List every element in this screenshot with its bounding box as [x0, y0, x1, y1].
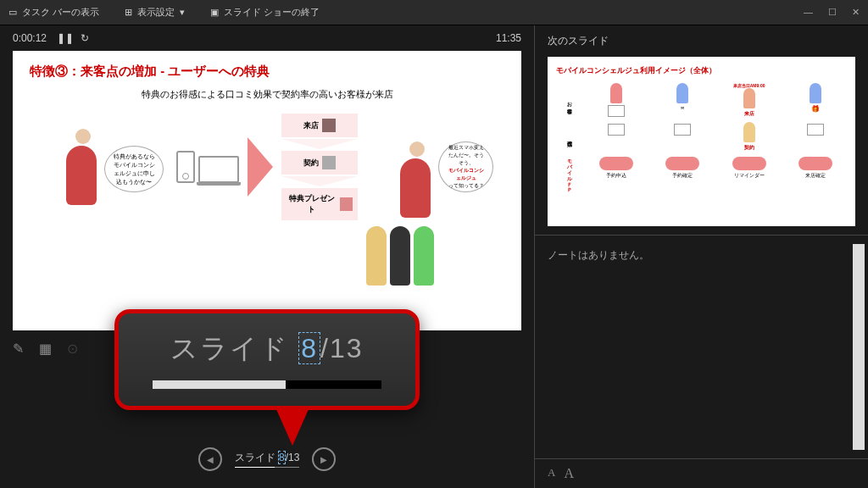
person-illustration	[66, 129, 100, 205]
end-icon: ▣	[210, 7, 219, 18]
flow-step-3: 特典プレゼント	[281, 188, 358, 220]
next-slide-button[interactable]: ▶	[312, 447, 336, 471]
notes-panel[interactable]: ノートはありません。	[535, 235, 868, 458]
row-label: お客様	[556, 83, 581, 119]
notes-placeholder: ノートはありません。	[548, 249, 649, 261]
top-toolbar: ▭ タスク バーの表示 ⊞ 表示設定 ▾ ▣ スライド ショーの終了 — ☐ ✕	[0, 0, 868, 25]
callout-progress	[153, 380, 381, 389]
chevron-down-icon: ▾	[180, 7, 185, 18]
taskbar-label: タスク バーの表示	[22, 6, 99, 19]
zoom-icon[interactable]: ⊙	[67, 341, 78, 357]
arrow-icon	[248, 137, 273, 197]
close-button[interactable]: ✕	[852, 7, 860, 18]
prev-slide-button[interactable]: ◀	[198, 447, 222, 471]
flow-step-2: 契約	[281, 151, 358, 175]
presenter-panel: 0:00:12 ❚❚ ↻ 11:35 特徴③：来客点の増加 - ユーザーへの特典…	[0, 25, 534, 488]
callout-current[interactable]: 8	[298, 332, 320, 364]
pen-icon[interactable]: ✎	[13, 341, 24, 357]
display-settings[interactable]: ⊞ 表示設定 ▾	[125, 6, 185, 19]
end-slideshow-label: スライド ショーの終了	[224, 6, 320, 19]
grid-icon[interactable]: ▦	[39, 341, 52, 357]
slide-title: 特徴③：来客点の増加 - ユーザーへの特典	[30, 64, 504, 80]
slide-subtitle: 特典のお得感による口コミ効果で契約率の高いお客様が来店	[30, 88, 504, 101]
row-label: 代理店	[556, 122, 581, 152]
next-slide-header: 次のスライド	[535, 25, 868, 57]
font-decrease-button[interactable]: A	[548, 466, 555, 481]
right-panel: 次のスライド モバイルコンシェルジュ利用イメージ（全体） お客様 ✉ 来店当日A…	[534, 25, 868, 488]
font-controls: A A	[535, 458, 868, 488]
end-slideshow[interactable]: ▣ スライド ショーの終了	[210, 6, 320, 19]
bottom-navigation: ◀ スライド 8/13 ▶	[0, 447, 534, 488]
person-illustration	[400, 141, 434, 218]
elapsed-time: 0:00:12	[13, 32, 47, 44]
flow-step-1: 来店	[281, 114, 358, 137]
maximize-button[interactable]: ☐	[828, 7, 837, 18]
speech-bubble-left: 特典があるならモバイルコンシェルジュに申し込もうかな〜	[104, 146, 164, 192]
taskbar-icon: ▭	[8, 7, 17, 18]
reset-button[interactable]: ↻	[81, 32, 89, 44]
minimize-button[interactable]: —	[804, 7, 813, 18]
next-slide-preview[interactable]: モバイルコンシェルジュ利用イメージ（全体） お客様 ✉ 来店当日AM9:00来店…	[548, 57, 855, 226]
speech-bubble-right: 最近スマホ変えたんだ〜。そうそう、モバイルコンシェルジュって知ってる？	[438, 141, 493, 192]
scrollbar[interactable]	[853, 244, 865, 450]
font-increase-button[interactable]: A	[564, 466, 574, 481]
slide-number-callout: スライド 8/13	[114, 309, 420, 446]
current-slide[interactable]: 特徴③：来客点の増加 - ユーザーへの特典 特典のお得感による口コミ効果で契約率…	[13, 51, 521, 330]
timer-bar: 0:00:12 ❚❚ ↻ 11:35	[0, 25, 534, 51]
pause-button[interactable]: ❚❚	[57, 32, 74, 44]
display-settings-label: 表示設定	[137, 6, 175, 19]
devices-illustration	[176, 151, 239, 183]
callout-prefix: スライド	[170, 333, 298, 363]
taskbar-toggle[interactable]: ▭ タスク バーの表示	[8, 6, 99, 19]
row-label: モバイルＦＰ	[556, 155, 581, 189]
display-icon: ⊞	[125, 7, 132, 18]
callout-total: 13	[330, 333, 364, 363]
slide-counter[interactable]: スライド 8/13	[235, 451, 300, 468]
next-slide-title: モバイルコンシェルジュ利用イメージ（全体）	[556, 65, 847, 76]
current-time: 11:35	[496, 32, 521, 44]
